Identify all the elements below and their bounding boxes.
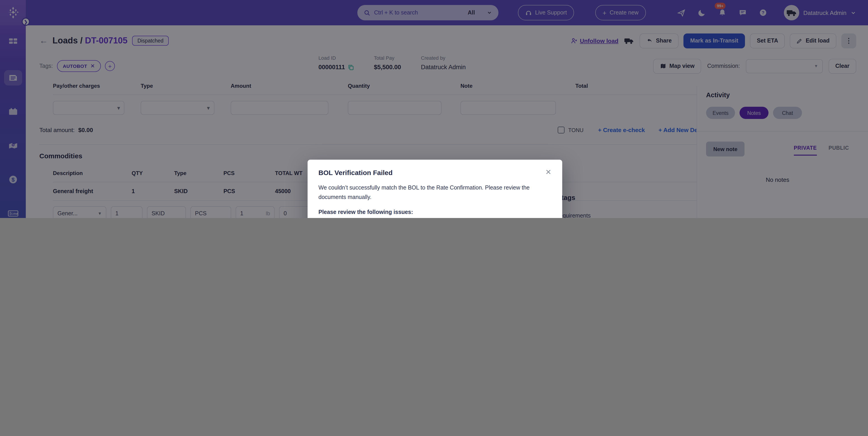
modal-body-text: We couldn’t successfully match the BOL t… [318,183,551,203]
modal-title: BOL Verification Failed [318,169,393,177]
datatruck-app: $ CRM [0,0,868,218]
bol-verification-modal: BOL Verification Failed ✕ We couldn’t su… [308,160,562,218]
close-icon[interactable]: ✕ [545,169,551,176]
modal-issues-heading: Please review the following issues: [318,209,551,215]
